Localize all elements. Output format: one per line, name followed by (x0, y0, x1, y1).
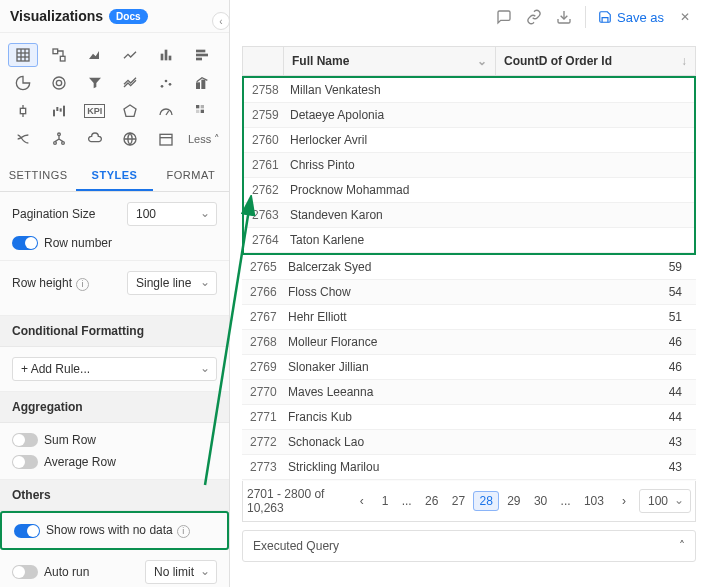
table-row[interactable]: 2764Taton Karlene (244, 228, 694, 253)
cell-rownum: 2763 (244, 203, 282, 227)
table-row[interactable]: 2768Molleur Florance46 (242, 330, 696, 355)
svg-point-16 (161, 85, 164, 88)
table-row[interactable]: 2772Schonack Lao43 (242, 430, 696, 455)
table-row[interactable]: 2760Herlocker Avril (244, 128, 694, 153)
pager-page[interactable]: ... (397, 492, 417, 510)
row-height-select[interactable]: Single line (127, 271, 217, 295)
cell-rownum: 2761 (244, 153, 282, 177)
pager-page[interactable]: 103 (579, 492, 609, 510)
collapse-sidebar-icon[interactable]: ‹ (212, 12, 230, 30)
chart-boxplot-icon[interactable] (8, 99, 38, 123)
chart-table-icon[interactable] (8, 43, 38, 67)
pager-next[interactable]: › (617, 492, 631, 510)
row-number-toggle[interactable] (12, 236, 38, 250)
pagination: 2701 - 2800 of 10,263 ‹ 1 ... 26 27 28 2… (242, 481, 696, 522)
chart-scatter-icon[interactable] (151, 71, 181, 95)
chart-combo-icon[interactable] (187, 71, 217, 95)
chart-bar-icon[interactable] (151, 43, 181, 67)
col-fullname[interactable]: Full Name⌄ (283, 47, 495, 75)
table-row[interactable]: 2773Strickling Marilou43 (242, 455, 696, 480)
chart-stackedline-icon[interactable] (115, 71, 145, 95)
pager-page[interactable]: 29 (502, 492, 525, 510)
cell-name: Dahill Phebe (280, 480, 498, 481)
pager-prev[interactable]: ‹ (355, 492, 369, 510)
chart-polygon-icon[interactable] (115, 99, 145, 123)
table-row[interactable]: 2758Millan Venkatesh (244, 78, 694, 103)
save-as-button[interactable]: Save as (598, 10, 664, 25)
cell-name: Millan Venkatesh (282, 78, 496, 102)
tab-format[interactable]: FORMAT (153, 161, 229, 191)
less-toggle[interactable]: Less ˄ (187, 127, 221, 151)
chart-donut-icon[interactable] (44, 71, 74, 95)
chart-funnel-icon[interactable] (80, 71, 110, 95)
add-rule-select[interactable]: + Add Rule... (12, 357, 217, 381)
cell-rownum: 2771 (242, 405, 280, 429)
table-row[interactable]: 2763Standeven Karon (244, 203, 694, 228)
sort-desc-icon: ↓ (681, 54, 687, 68)
table-row[interactable]: 2769Slonaker Jillian46 (242, 355, 696, 380)
pagination-size-select[interactable]: 100 (127, 202, 217, 226)
others-header: Others (0, 480, 229, 511)
chart-heatmap-icon[interactable] (187, 99, 217, 123)
tab-styles[interactable]: STYLES (76, 161, 152, 191)
chart-line-icon[interactable] (115, 43, 145, 67)
auto-run-label: Auto run (44, 565, 89, 579)
pager-page[interactable]: 1 (377, 492, 394, 510)
auto-run-toggle[interactable] (12, 565, 38, 579)
table-row[interactable]: 2762Procknow Mohammad (244, 178, 694, 203)
info-icon[interactable]: i (177, 525, 190, 538)
tab-settings[interactable]: SETTINGS (0, 161, 76, 191)
pager-page[interactable]: 27 (447, 492, 470, 510)
chart-sankey-icon[interactable] (8, 127, 38, 151)
cell-rownum: 2774 (242, 480, 280, 481)
table-row[interactable]: 2771Francis Kub44 (242, 405, 696, 430)
sum-row-toggle[interactable] (12, 433, 38, 447)
table-row[interactable]: 2767Hehr Elliott51 (242, 305, 696, 330)
pager-page[interactable]: 26 (420, 492, 443, 510)
cell-rownum: 2772 (242, 430, 280, 454)
cell-rownum: 2760 (244, 128, 282, 152)
info-icon[interactable]: i (76, 278, 89, 291)
chart-calendar-icon[interactable] (151, 127, 181, 151)
table-row[interactable]: 2765Balcerzak Syed59 (242, 255, 696, 280)
download-icon[interactable] (555, 8, 573, 26)
svg-point-35 (53, 142, 56, 145)
cell-rownum: 2762 (244, 178, 282, 202)
table-row[interactable]: 2770Maves Leeanna44 (242, 380, 696, 405)
cell-name: Detaeye Apolonia (282, 103, 496, 127)
comment-icon[interactable] (495, 8, 513, 26)
chart-wordcloud-icon[interactable] (80, 127, 110, 151)
link-icon[interactable] (525, 8, 543, 26)
chart-kpi-icon[interactable]: KPI (80, 99, 110, 123)
table-row[interactable]: 2766Floss Chow54 (242, 280, 696, 305)
show-no-data-toggle[interactable] (14, 524, 40, 538)
svg-rect-21 (20, 108, 25, 113)
col-count[interactable]: CountD of Order Id↓ (495, 47, 695, 75)
pager-page[interactable]: ... (556, 492, 576, 510)
cell-rownum: 2759 (244, 103, 282, 127)
chart-pie-icon[interactable] (8, 71, 38, 95)
table-row[interactable]: 2759Detaeye Apolonia (244, 103, 694, 128)
cell-rownum: 2773 (242, 455, 280, 479)
chart-hbar-icon[interactable] (187, 43, 217, 67)
col-rownum[interactable] (243, 47, 283, 75)
chart-pivot-icon[interactable] (44, 43, 74, 67)
pager-page[interactable]: 28 (473, 491, 498, 511)
chart-waterfall-icon[interactable] (44, 99, 74, 123)
chart-map-icon[interactable] (115, 127, 145, 151)
docs-pill[interactable]: Docs (109, 9, 147, 24)
close-icon[interactable]: ✕ (676, 8, 694, 26)
pager-page[interactable]: 30 (529, 492, 552, 510)
table-row[interactable]: 2761Chriss Pinto (244, 153, 694, 178)
chart-gauge-icon[interactable] (151, 99, 181, 123)
avg-row-toggle[interactable] (12, 455, 38, 469)
chart-tree-icon[interactable] (44, 127, 74, 151)
table-row[interactable]: 2774Dahill Phebe42 (242, 480, 696, 481)
chart-area-icon[interactable] (80, 43, 110, 67)
save-as-label: Save as (617, 10, 664, 25)
no-limit-select[interactable]: No limit (145, 560, 217, 584)
pager-size-select[interactable]: 100 (639, 489, 691, 513)
executed-query-toggle[interactable]: Executed Query ˄ (242, 530, 696, 562)
cell-name: Standeven Karon (282, 203, 496, 227)
cell-value: 46 (498, 330, 696, 354)
